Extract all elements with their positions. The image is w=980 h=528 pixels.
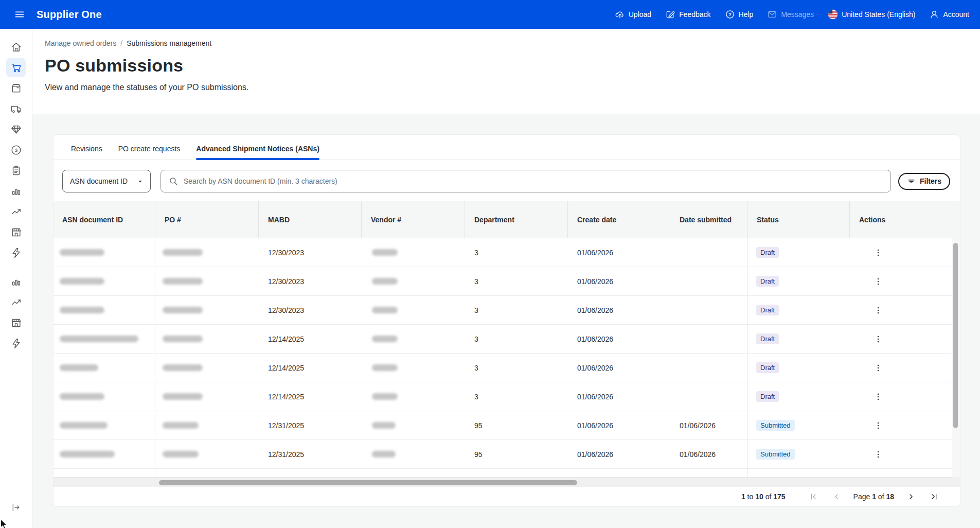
redacted-value: [60, 364, 98, 371]
cell-asn-document-id: [54, 267, 155, 295]
sidebar-item-bolt[interactable]: [6, 243, 26, 262]
redacted-value: [60, 422, 108, 429]
nav-upload[interactable]: Upload: [615, 9, 651, 20]
search-controls: ASN document ID Filters: [62, 170, 950, 192]
redacted-value: [372, 364, 398, 371]
table-row: 12/30/2023301/06/2026Draft: [54, 267, 960, 296]
cell-create-date: 01/06/2026: [568, 440, 670, 468]
cell-department: 3: [465, 354, 568, 382]
table-row-partial: [54, 469, 960, 478]
row-actions-kebab-icon[interactable]: [871, 361, 885, 375]
cell-vendor-number: [362, 440, 465, 468]
cell-date-submitted: 01/06/2026: [670, 440, 747, 468]
sidebar-item-bar-chart-2[interactable]: [6, 272, 26, 291]
column-header: Department: [465, 201, 568, 238]
next-page-icon[interactable]: [905, 491, 917, 502]
cell-actions: [850, 296, 960, 324]
cell-asn-document-id: [54, 440, 155, 468]
row-actions-kebab-icon[interactable]: [871, 246, 885, 259]
sidebar-item-truck[interactable]: [6, 99, 26, 118]
sidebar-item-store-2[interactable]: [6, 313, 26, 332]
cell-mabd: 12/30/2023: [259, 238, 362, 267]
table-row: 12/14/2025301/06/2026Draft: [54, 382, 960, 411]
sidebar-collapse-icon[interactable]: [11, 502, 21, 513]
vertical-scrollbar-thumb[interactable]: [953, 243, 958, 428]
sidebar-item-cart[interactable]: [6, 58, 26, 77]
nav-account[interactable]: Account: [929, 9, 969, 20]
cell-vendor-number: [362, 382, 465, 411]
nav-label: Feedback: [679, 10, 710, 19]
search-category-select[interactable]: ASN document ID: [62, 170, 151, 192]
status-badge: Draft: [756, 276, 779, 287]
horizontal-scrollbar[interactable]: [54, 478, 960, 487]
nav-help[interactable]: ?Help: [725, 9, 754, 20]
sidebar-item-home[interactable]: [6, 37, 26, 57]
table-header-row: ASN document IDPO #MABDVendor #Departmen…: [54, 201, 960, 238]
redacted-value: [372, 393, 398, 400]
cell-mabd: 12/14/2025: [259, 354, 362, 382]
redacted-value: [60, 393, 104, 400]
status-badge: Submitted: [756, 449, 795, 460]
last-page-icon[interactable]: [928, 491, 939, 502]
cell-po-number: [155, 354, 259, 382]
cell-department: 95: [465, 440, 568, 468]
redacted-value: [163, 278, 203, 285]
pagination-page-label: Page 1 of 18: [853, 492, 894, 501]
cell-create-date: 01/06/2026: [568, 411, 670, 439]
horizontal-scrollbar-thumb[interactable]: [159, 480, 577, 485]
row-actions-kebab-icon[interactable]: [871, 275, 885, 288]
cell-create-date: 01/06/2026: [568, 267, 670, 295]
feedback-icon: [665, 9, 675, 20]
row-actions-kebab-icon[interactable]: [871, 304, 885, 317]
nav-label: Help: [739, 10, 754, 19]
cell-department: 3: [465, 238, 568, 267]
cell-status: Submitted: [747, 411, 850, 439]
nav-label: Messages: [781, 10, 814, 19]
tab-1[interactable]: PO create requests: [118, 137, 181, 160]
tab-2[interactable]: Advanced Shipment Notices (ASNs): [196, 137, 319, 160]
sidebar-item-trend-2[interactable]: [6, 292, 26, 312]
nav-feedback[interactable]: Feedback: [665, 9, 710, 20]
sidebar-item-gem[interactable]: [6, 119, 26, 139]
row-actions-kebab-icon[interactable]: [871, 419, 885, 432]
row-actions-kebab-icon[interactable]: [871, 448, 885, 461]
cell-actions: [850, 325, 960, 353]
upload-icon: [615, 9, 625, 20]
row-actions-kebab-icon[interactable]: [871, 332, 885, 346]
previous-page-icon[interactable]: [831, 491, 842, 502]
status-badge: Submitted: [756, 420, 795, 431]
redacted-value: [372, 422, 396, 429]
cell-vendor-number: [362, 296, 465, 324]
nav-locale[interactable]: United States (English): [828, 9, 915, 20]
cell-mabd: 12/14/2025: [259, 325, 362, 353]
breadcrumb-parent[interactable]: Manage owned orders: [45, 39, 116, 47]
sidebar-item-trend[interactable]: [6, 202, 26, 221]
nav-messages[interactable]: Messages: [767, 9, 814, 20]
cell-po-number: [155, 238, 259, 267]
gem-icon: [10, 124, 22, 135]
tab-0[interactable]: Revisions: [71, 137, 102, 160]
column-header: MABD: [259, 201, 362, 238]
sidebar-item-clipboard[interactable]: [6, 161, 26, 180]
cell-mabd: 12/30/2023: [259, 267, 362, 295]
vertical-scrollbar[interactable]: [952, 238, 960, 478]
sidebar-item-payments[interactable]: $: [6, 140, 26, 160]
cell-status: Submitted: [747, 440, 850, 468]
first-page-icon[interactable]: [808, 491, 819, 502]
column-header: ASN document ID: [54, 201, 155, 238]
row-actions-kebab-icon[interactable]: [871, 390, 885, 403]
filters-button[interactable]: Filters: [898, 173, 950, 190]
menu-icon[interactable]: [11, 6, 28, 23]
navbar-links: UploadFeedback?HelpMessagesUnited States…: [615, 9, 969, 20]
brand-title: Supplier One: [37, 9, 102, 21]
sidebar-item-box[interactable]: [6, 78, 26, 98]
cell-asn-document-id: [54, 325, 155, 353]
cell-date-submitted: [670, 267, 747, 295]
sidebar-item-bolt-2[interactable]: [6, 333, 26, 353]
cell-asn-document-id: [54, 296, 155, 324]
search-input[interactable]: [184, 177, 883, 185]
cell-department: 3: [465, 325, 568, 353]
sidebar-item-bar-chart[interactable]: [6, 181, 26, 201]
cell-asn-document-id: [54, 411, 155, 439]
sidebar-item-store[interactable]: [6, 222, 26, 242]
